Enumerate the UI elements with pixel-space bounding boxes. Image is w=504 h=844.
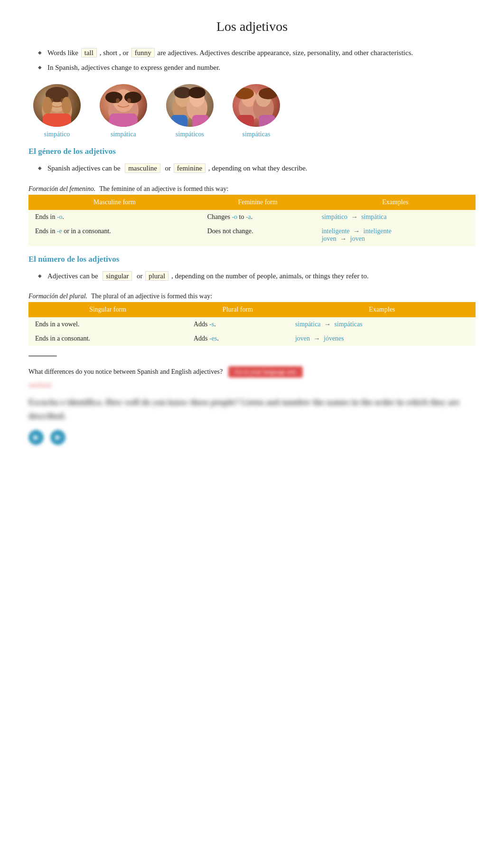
- svg-rect-22: [192, 115, 209, 127]
- highlight-es: -es: [209, 335, 217, 342]
- avatar-simpaticos-svg: [166, 84, 214, 127]
- example-jovenes: jóvenes: [324, 335, 344, 342]
- highlight-masculine: masculine: [125, 163, 160, 173]
- highlight-e: -e: [57, 228, 62, 235]
- example-joven-plural-1: joven: [295, 335, 310, 342]
- arrow-1: →: [351, 213, 358, 220]
- number-row2-col1: Ends in a consonant.: [28, 332, 187, 346]
- svg-point-5: [43, 97, 52, 114]
- image-item-simpaticos: simpáticos: [166, 84, 214, 138]
- arrow-2: →: [353, 228, 360, 235]
- highlight-o-change: -o: [232, 213, 237, 220]
- gender-row2-col1: Ends in -e or in a consonant.: [28, 224, 201, 246]
- number-table-header-row: Singular form Plural form Examples: [28, 302, 476, 317]
- avatar-simpaticas: [233, 84, 280, 127]
- example-simpatica-plural-1: simpática: [295, 321, 321, 328]
- gender-table-intro-label: Formación del femenino.: [28, 185, 95, 193]
- example-joven-2: joven: [350, 235, 365, 242]
- arrow-4: →: [324, 321, 331, 328]
- question-row: What differences do you notice between S…: [28, 366, 476, 378]
- number-row1-col1: Ends in a vowel.: [28, 317, 187, 332]
- gender-table-intro-text: The feminine of an adjective is formed t…: [99, 185, 228, 193]
- highlight-s: -s: [209, 321, 214, 328]
- intro-bullets: Words like tall , short , or funny are a…: [28, 47, 476, 73]
- gender-row1-examples: simpático → simpática: [315, 210, 476, 224]
- example-inteligente-2: inteligente: [364, 228, 392, 235]
- avatar-simpatico: [33, 84, 81, 127]
- svg-rect-29: [237, 115, 254, 127]
- gender-header-fem: Feminine form: [201, 195, 315, 210]
- svg-point-28: [259, 88, 278, 99]
- highlight-plural: plural: [145, 271, 168, 281]
- number-table: Singular form Plural form Examples Ends …: [28, 302, 476, 346]
- example-joven-1: joven: [322, 235, 336, 242]
- number-table-intro-label: Formación del plural.: [28, 293, 87, 300]
- bullet-2: In Spanish, adjectives change to express…: [38, 62, 476, 73]
- svg-point-10: [105, 92, 122, 103]
- gender-table: Masculine form Feminine form Examples En…: [28, 195, 476, 246]
- gender-table-intro: Formación del femenino. The feminine of …: [28, 185, 476, 193]
- go-to-language-arts-button[interactable]: Go to your language arts: [228, 366, 303, 378]
- page-title: Los adjetivos: [28, 19, 476, 34]
- label-simpaticos: simpáticos: [176, 131, 204, 138]
- number-row1-col2: Adds -s.: [187, 317, 289, 332]
- highlight-tall: tall: [81, 48, 97, 57]
- gender-header-masc: Masculine form: [28, 195, 201, 210]
- blurred-exercise-block: Escucha e identifica. How well do you kn…: [28, 396, 476, 423]
- arrow-3: →: [340, 235, 346, 242]
- highlight-feminine: feminine: [174, 163, 205, 173]
- section-gender-title: El género de los adjetivos: [28, 147, 476, 156]
- gender-bullets: Spanish adjectives can be masculine or f…: [28, 163, 476, 174]
- number-row2-col2: Adds -es.: [187, 332, 289, 346]
- svg-rect-7: [43, 114, 71, 127]
- avatar-simpatica: [100, 84, 147, 127]
- gender-row2-examples: inteligente → inteligente joven → joven: [315, 224, 476, 246]
- audio-play-button-2[interactable]: ▶: [50, 430, 65, 445]
- image-item-simpatico: simpático: [33, 84, 81, 138]
- number-table-intro: Formación del plural. The plural of an a…: [28, 293, 476, 300]
- avatar-simpaticas-svg: [233, 84, 280, 127]
- bullet-1: Words like tall , short , or funny are a…: [38, 47, 476, 58]
- svg-rect-30: [259, 115, 275, 127]
- gender-bullet: Spanish adjectives can be masculine or f…: [38, 163, 476, 174]
- svg-point-20: [188, 87, 205, 98]
- number-bullets: Adjectives can be singular or plural , d…: [28, 271, 476, 282]
- number-bullet: Adjectives can be singular or plural , d…: [38, 271, 476, 282]
- notebook-label: notebook: [28, 381, 476, 389]
- highlight-a: -a: [246, 213, 251, 220]
- highlight-singular: singular: [103, 271, 132, 281]
- number-header-singular: Singular form: [28, 302, 187, 317]
- number-table-intro-text: The plural of an adjective is formed thi…: [91, 293, 212, 300]
- svg-point-13: [127, 98, 131, 103]
- image-item-simpatica: simpática: [100, 84, 147, 138]
- number-row2-examples: joven → jóvenes: [289, 332, 476, 346]
- avatar-simpatica-svg: [100, 84, 147, 127]
- separator-line: [28, 355, 57, 357]
- svg-point-25: [235, 88, 254, 99]
- section-number-title: El número de los adjetivos: [28, 255, 476, 264]
- highlight-o-1: -o: [57, 213, 63, 220]
- avatar-simpaticos: [166, 84, 214, 127]
- svg-rect-21: [171, 115, 187, 127]
- gender-row-2: Ends in -e or in a consonant. Does not c…: [28, 224, 476, 246]
- image-item-simpaticas: simpáticas: [233, 84, 280, 138]
- gender-row1-col1: Ends in -o.: [28, 210, 201, 224]
- svg-point-12: [116, 98, 120, 103]
- label-simpaticas: simpáticas: [242, 131, 270, 138]
- gender-header-examples: Examples: [315, 195, 476, 210]
- adjective-images-row: simpático simpática: [28, 84, 476, 138]
- number-row1-examples: simpática → simpáticas: [289, 317, 476, 332]
- arrow-5: →: [314, 335, 320, 342]
- number-header-examples: Examples: [289, 302, 476, 317]
- audio-controls[interactable]: ▶ ▶: [28, 430, 476, 445]
- avatar-simpatico-svg: [33, 84, 81, 127]
- highlight-funny: funny: [131, 48, 155, 57]
- number-row-2: Ends in a consonant. Adds -es. joven → j…: [28, 332, 476, 346]
- svg-point-6: [62, 97, 71, 114]
- example-simpatico: simpático: [322, 213, 347, 220]
- gender-row1-col2: Changes -o to -a.: [201, 210, 315, 224]
- example-inteligente-1: inteligente: [322, 228, 350, 235]
- audio-play-button-1[interactable]: ▶: [28, 430, 44, 445]
- example-simpaticas: simpáticas: [335, 321, 363, 328]
- label-simpatica: simpática: [111, 131, 136, 138]
